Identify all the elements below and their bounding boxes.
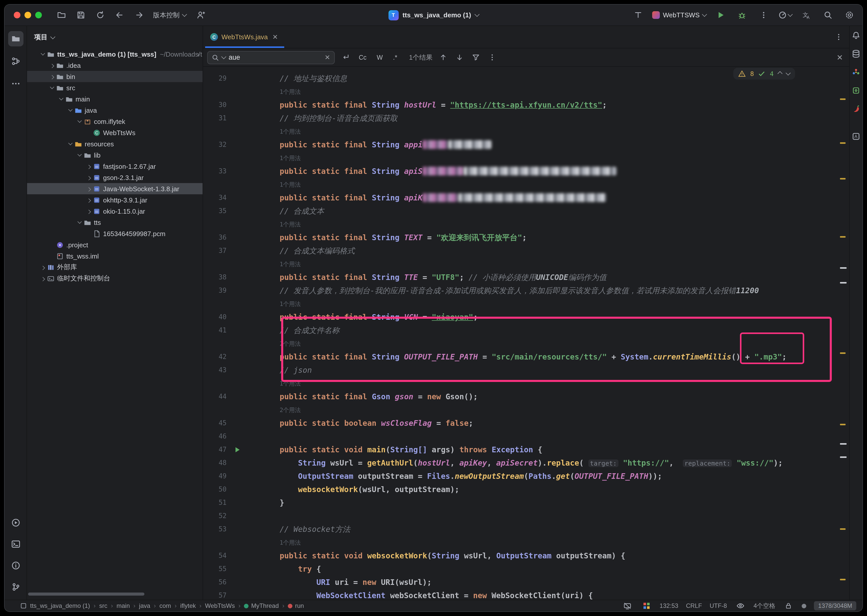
usage-inlay[interactable]: 2个用法 (203, 337, 849, 350)
profiler-icon[interactable] (778, 8, 792, 22)
usage-inlay[interactable]: 1个用法 (203, 258, 849, 271)
settings-gear-icon[interactable] (842, 8, 856, 22)
breadcrumb-item[interactable]: MyThread (244, 602, 279, 610)
tree-item[interactable]: tts_ws_java_demo (1) [tts_wss]~/Download… (27, 49, 203, 60)
tree-item[interactable]: okhttp-3.9.1.jar (27, 194, 203, 206)
code-line-32[interactable]: 32public static final String appi (203, 138, 849, 151)
search-clear-icon[interactable]: ✕ (325, 53, 330, 61)
type-tool-icon[interactable] (631, 8, 645, 22)
breadcrumb-item[interactable]: run (288, 602, 304, 610)
line-number[interactable]: 40 (203, 311, 227, 324)
tree-item[interactable]: main (27, 93, 203, 105)
line-number[interactable]: 50 (203, 483, 227, 496)
line-number[interactable]: 53 (203, 523, 227, 536)
line-number[interactable]: 44 (203, 390, 227, 403)
highlight-level-eye-icon[interactable] (735, 600, 746, 611)
minimize-window-button[interactable] (25, 12, 31, 18)
line-number[interactable]: 52 (203, 509, 227, 523)
run-tool-icon[interactable] (8, 515, 23, 530)
indent-setting[interactable]: 4个空格 (754, 602, 775, 610)
notifications-bell-icon[interactable] (852, 31, 861, 41)
line-number[interactable]: 49 (203, 470, 227, 483)
close-window-button[interactable] (14, 12, 20, 18)
words-toggle[interactable]: W (374, 53, 386, 62)
code-line-36[interactable]: 36public static final String TEXT = "欢迎来… (203, 231, 849, 244)
code-line-39[interactable]: 39// 发音人参数，到控制台-我的应用-语音合成-添加试用或购买发音人，添加后… (203, 284, 849, 297)
line-number[interactable]: 57 (203, 589, 227, 600)
search-close-icon[interactable]: ✕ (837, 53, 843, 62)
code-line-38[interactable]: 38public static final String TTE = "UTF8… (203, 271, 849, 284)
breadcrumb-item[interactable]: com (159, 602, 171, 610)
more-actions-icon[interactable] (756, 8, 771, 22)
tree-item[interactable]: gson-2.3.1.jar (27, 172, 203, 183)
code-line-56[interactable]: 56URI uri = new URI(wsUrl); (203, 576, 849, 589)
translation-tool-icon[interactable]: A (852, 132, 861, 142)
database-icon[interactable] (852, 49, 861, 60)
usage-inlay[interactable]: 1个用法 (203, 85, 849, 98)
line-number[interactable]: 45 (203, 416, 227, 430)
error-stripe[interactable] (839, 67, 847, 600)
usage-inlay[interactable]: 1个用法 (203, 151, 849, 165)
sync-icon[interactable] (93, 8, 107, 22)
line-number[interactable]: 47 (203, 443, 227, 456)
tree-item[interactable]: okio-1.15.0.jar (27, 206, 203, 217)
debug-button[interactable] (735, 8, 749, 22)
memory-indicator[interactable]: 1378/3048M (814, 601, 856, 610)
breadcrumb-item[interactable]: java (139, 602, 150, 610)
tree-item[interactable]: lib (27, 149, 203, 160)
caret-position[interactable]: 132:53 (660, 602, 678, 610)
version-control-menu[interactable]: 版本控制 (151, 11, 188, 20)
code-line-30[interactable]: 30public static final String hostUrl = "… (203, 98, 849, 112)
line-number[interactable]: 37 (203, 244, 227, 258)
git-tool-icon[interactable] (8, 579, 23, 595)
code-line-34[interactable]: 34public static final String apiK (203, 191, 849, 204)
next-occurrence-icon[interactable] (454, 52, 465, 63)
code-line-55[interactable]: 55try { (203, 563, 849, 576)
search-options-icon[interactable] (487, 52, 498, 63)
ai-plugin-icon[interactable] (852, 68, 861, 78)
code-line-40[interactable]: 40public static final String VCN = "xiao… (203, 311, 849, 324)
line-number[interactable]: 48 (203, 456, 227, 470)
tab-options-icon[interactable] (833, 31, 844, 42)
project-switcher[interactable]: T tts_ws_java_demo (1) (388, 5, 479, 25)
tree-item[interactable]: CWebTtsWs (27, 127, 203, 138)
zoom-window-button[interactable] (35, 12, 42, 18)
usage-inlay[interactable]: 1个用法 (203, 178, 849, 191)
code-line-35[interactable]: 35// 合成文本 (203, 204, 849, 218)
breadcrumb-item[interactable]: src (99, 602, 107, 610)
usage-inlay[interactable]: 1个用法 (203, 218, 849, 231)
filter-icon[interactable] (470, 52, 481, 63)
line-number[interactable]: 34 (203, 191, 227, 204)
usage-inlay[interactable]: 2个用法 (203, 403, 849, 416)
line-number[interactable]: 30 (203, 98, 227, 112)
line-number[interactable]: 29 (203, 72, 227, 85)
code-line-47[interactable]: 47public static void main(String[] args)… (203, 443, 849, 456)
tab-close-icon[interactable]: ✕ (273, 33, 278, 41)
line-number[interactable]: 56 (203, 576, 227, 589)
run-gutter-icon[interactable] (227, 443, 248, 456)
file-encoding[interactable]: UTF-8 (709, 602, 727, 610)
pepper-plugin-icon[interactable] (852, 105, 861, 115)
project-tool-icon[interactable] (8, 31, 23, 46)
line-number[interactable]: 54 (203, 549, 227, 563)
tree-item[interactable]: fastjson-1.2.67.jar (27, 160, 203, 172)
tree-item[interactable]: src (27, 82, 203, 93)
line-number[interactable]: 36 (203, 231, 227, 244)
structure-tool-icon[interactable] (8, 53, 23, 69)
usage-inlay[interactable]: 1个用法 (203, 125, 849, 138)
run-button[interactable] (713, 8, 728, 22)
line-number[interactable]: 46 (203, 430, 227, 443)
line-number[interactable]: 51 (203, 496, 227, 509)
tree-item[interactable]: .project (27, 239, 203, 250)
breadcrumb-item[interactable]: iflytek (180, 602, 196, 610)
tree-item[interactable]: resources (27, 138, 203, 149)
search-everywhere-icon[interactable] (821, 8, 835, 22)
code-editor[interactable]: 29// 地址与鉴权信息1个用法30public static final St… (203, 67, 849, 600)
back-icon[interactable] (112, 8, 126, 22)
code-line-45[interactable]: 45public static boolean wsCloseFlag = fa… (203, 416, 849, 430)
code-line-49[interactable]: 49OutputStream outputStream = Files.newO… (203, 470, 849, 483)
more-tool-windows-icon[interactable] (8, 76, 23, 91)
breadcrumb-item[interactable]: main (117, 602, 130, 610)
inspections-widget[interactable]: 8 4 (733, 68, 795, 80)
line-number[interactable]: 32 (203, 138, 227, 151)
